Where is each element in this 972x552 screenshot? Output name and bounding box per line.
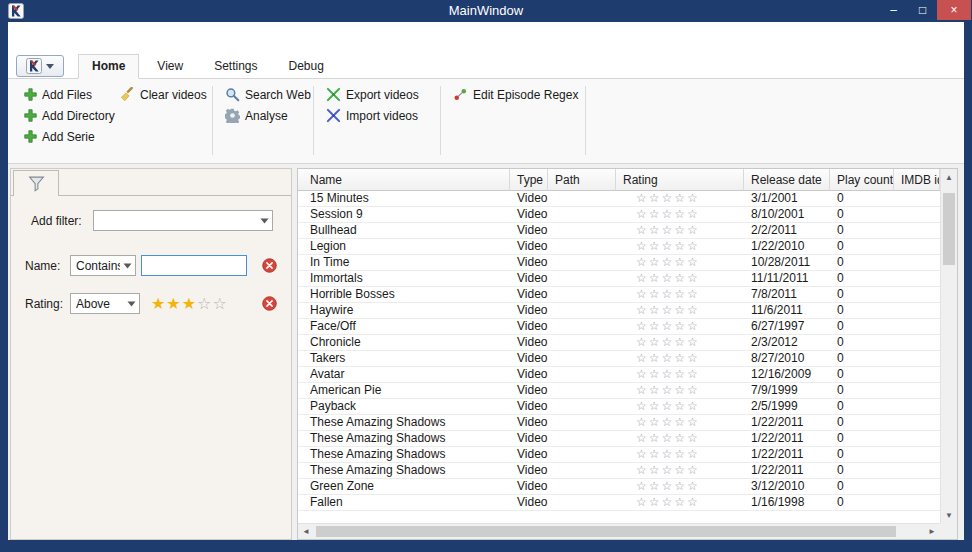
table-row[interactable]: 15 MinutesVideo☆☆☆☆☆3/1/20010: [298, 191, 940, 207]
window-controls: – □ ×: [879, 0, 971, 20]
maximize-icon: □: [919, 3, 926, 17]
table-row[interactable]: LegionVideo☆☆☆☆☆1/22/20100: [298, 239, 940, 255]
cell-type: Video: [510, 351, 548, 366]
column-header-name[interactable]: Name: [298, 169, 510, 191]
maximize-button[interactable]: □: [908, 0, 937, 20]
plus-icon: [24, 109, 37, 122]
tab-home[interactable]: Home: [78, 54, 139, 79]
rating-stars-input[interactable]: ★★★☆☆: [151, 296, 228, 312]
star-icon[interactable]: ★: [151, 295, 166, 312]
table-row[interactable]: AvatarVideo☆☆☆☆☆12/16/20090: [298, 367, 940, 383]
edit-episode-regex-button[interactable]: Edit Episode Regex: [451, 84, 581, 105]
column-header-release-date[interactable]: Release date: [744, 169, 830, 191]
rating-stars: ☆☆☆☆☆: [636, 271, 700, 285]
scroll-up-button[interactable]: ▲: [941, 169, 957, 185]
close-icon: ×: [950, 3, 957, 17]
add-files-button[interactable]: Add Files: [22, 84, 118, 105]
table-row[interactable]: Horrible BossesVideo☆☆☆☆☆7/8/20110: [298, 287, 940, 303]
table-row[interactable]: ImmortalsVideo☆☆☆☆☆11/11/20110: [298, 271, 940, 287]
scroll-right-button[interactable]: ►: [924, 524, 940, 539]
remove-name-filter-button[interactable]: [262, 258, 277, 273]
star-icon[interactable]: ☆: [197, 295, 212, 312]
cell-type: Video: [510, 319, 548, 334]
rating-stars: ☆☆☆☆☆: [636, 239, 700, 253]
tab-view[interactable]: View: [144, 55, 196, 78]
table-row[interactable]: FallenVideo☆☆☆☆☆1/16/19980: [298, 495, 940, 511]
table-row[interactable]: These Amazing ShadowsVideo☆☆☆☆☆1/22/2011…: [298, 463, 940, 479]
close-button[interactable]: ×: [937, 0, 971, 20]
table-row[interactable]: ChronicleVideo☆☆☆☆☆2/3/20120: [298, 335, 940, 351]
titlebar[interactable]: MainWindow – □ ×: [0, 0, 972, 22]
table-row[interactable]: American PieVideo☆☆☆☆☆7/9/19990: [298, 383, 940, 399]
table-row[interactable]: In TimeVideo☆☆☆☆☆10/28/20110: [298, 255, 940, 271]
add-directory-button[interactable]: Add Directory: [22, 105, 118, 126]
column-header-path[interactable]: Path: [548, 169, 616, 191]
table-row[interactable]: These Amazing ShadowsVideo☆☆☆☆☆1/22/2011…: [298, 447, 940, 463]
window-title: MainWindow: [0, 3, 972, 18]
import-videos-button[interactable]: Import videos: [324, 105, 436, 126]
analyse-button[interactable]: Analyse: [223, 105, 309, 126]
cell-rating: ☆☆☆☆☆: [616, 415, 744, 430]
app-logo-icon: [26, 58, 42, 74]
column-header-type[interactable]: Type: [510, 169, 548, 191]
column-header-rating[interactable]: Rating: [616, 169, 744, 191]
star-icon[interactable]: ★: [166, 295, 181, 312]
minimize-button[interactable]: –: [879, 0, 908, 20]
cell-release-date: 3/1/2001: [744, 191, 830, 206]
name-operator-combobox[interactable]: Contains: [70, 255, 136, 276]
column-header-imdb-id[interactable]: IMDB id: [894, 169, 940, 191]
table-row[interactable]: PaybackVideo☆☆☆☆☆2/5/19990: [298, 399, 940, 415]
tab-settings[interactable]: Settings: [201, 55, 270, 78]
filter-tab-strip: [11, 169, 291, 196]
table-row[interactable]: These Amazing ShadowsVideo☆☆☆☆☆1/22/2011…: [298, 415, 940, 431]
button-label: Add Files: [42, 88, 92, 102]
cell-play-count: 0: [830, 367, 894, 382]
cell-release-date: 7/9/1999: [744, 383, 830, 398]
export-videos-button[interactable]: Export videos: [324, 84, 436, 105]
remove-rating-filter-button[interactable]: [262, 296, 277, 311]
scroll-down-button[interactable]: ▼: [941, 507, 957, 523]
star-icon[interactable]: ★: [182, 295, 197, 312]
cell-type: Video: [510, 495, 548, 510]
star-icon[interactable]: ☆: [212, 295, 227, 312]
import-icon: [326, 108, 341, 123]
cell-play-count: 0: [830, 207, 894, 222]
ribbon-group-separator: [313, 86, 314, 155]
cell-name: Takers: [298, 351, 510, 366]
horizontal-scrollbar[interactable]: ◄ ►: [298, 523, 940, 539]
cell-type: Video: [510, 479, 548, 494]
add-serie-button[interactable]: Add Serie: [22, 126, 118, 147]
name-operator-value: Contains: [76, 259, 120, 273]
app-menu-button[interactable]: [16, 55, 64, 77]
cell-release-date: 1/22/2010: [744, 239, 830, 254]
table-row[interactable]: TakersVideo☆☆☆☆☆8/27/20100: [298, 351, 940, 367]
table-row[interactable]: Green ZoneVideo☆☆☆☆☆3/12/20100: [298, 479, 940, 495]
regex-icon: [453, 87, 468, 102]
cell-rating: ☆☆☆☆☆: [616, 191, 744, 206]
column-header-play-count[interactable]: Play count: [830, 169, 894, 191]
search-web-button[interactable]: Search Web: [223, 84, 309, 105]
cell-type: Video: [510, 431, 548, 446]
table-row[interactable]: BullheadVideo☆☆☆☆☆2/2/20110: [298, 223, 940, 239]
rating-operator-combobox[interactable]: Above: [70, 293, 140, 314]
name-filter-input[interactable]: [141, 255, 247, 276]
vertical-scrollbar[interactable]: ▲ ▼: [940, 169, 957, 523]
table-row[interactable]: HaywireVideo☆☆☆☆☆11/6/20110: [298, 303, 940, 319]
cell-type: Video: [510, 303, 548, 318]
name-filter-row: Name: Contains: [25, 255, 277, 276]
cell-name: Horrible Bosses: [298, 287, 510, 302]
table-row[interactable]: Face/OffVideo☆☆☆☆☆6/27/19970: [298, 319, 940, 335]
rating-stars: ☆☆☆☆☆: [636, 255, 700, 269]
add-filter-combobox[interactable]: [93, 210, 273, 231]
table-row[interactable]: Session 9Video☆☆☆☆☆8/10/20010: [298, 207, 940, 223]
cell-name: Green Zone: [298, 479, 510, 494]
filter-tab[interactable]: [13, 170, 59, 196]
clear-videos-button[interactable]: Clear videos: [118, 84, 208, 105]
horizontal-scroll-thumb[interactable]: [316, 526, 896, 537]
tab-debug[interactable]: Debug: [276, 55, 337, 78]
table-row[interactable]: These Amazing ShadowsVideo☆☆☆☆☆1/22/2011…: [298, 431, 940, 447]
cell-rating: ☆☆☆☆☆: [616, 431, 744, 446]
ribbon-group: Edit Episode Regex: [451, 84, 581, 163]
vertical-scroll-thumb[interactable]: [943, 193, 955, 265]
scroll-left-button[interactable]: ◄: [298, 524, 314, 539]
